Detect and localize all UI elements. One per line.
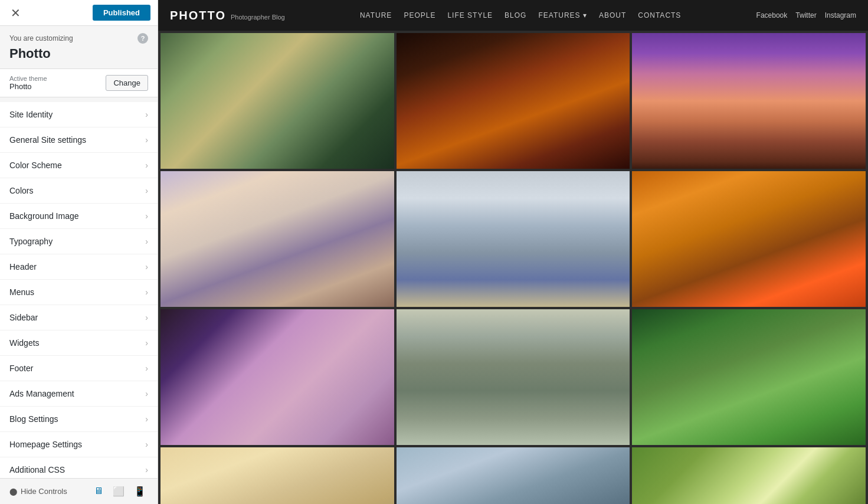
hide-controls-button[interactable]: ⬤ Hide Controls [9,487,67,496]
menu-item-label: Blog Settings [9,414,58,424]
change-theme-button[interactable]: Change [106,75,148,91]
chevron-right-icon: › [145,338,148,348]
menu-item-homepage-settings[interactable]: Homepage Settings› [0,432,158,457]
photo-cell-2 [397,33,630,169]
chevron-right-icon: › [145,465,148,474]
nav-item-people[interactable]: PEOPLE [404,11,435,19]
sidebar-header: ✕ Published [0,0,158,26]
customizing-label: You are customizing ? [0,26,158,45]
sidebar-footer: ⬤ Hide Controls 🖥 ⬜ 📱 [0,478,158,504]
chevron-right-icon: › [145,389,148,398]
mobile-icon[interactable]: 📱 [132,485,148,498]
menu-item-ads-management[interactable]: Ads Management› [0,381,158,407]
menu-item-label: Menus [9,287,34,297]
menu-item-label: Site Identity [9,110,53,119]
desktop-icon[interactable]: 🖥 [91,485,106,498]
photo-cell-1 [161,33,394,169]
menu-item-background-image[interactable]: Background Image› [0,204,158,229]
social-links: FacebookTwitterInstagram [756,11,856,19]
nav-item-features[interactable]: FEATURES ▾ [538,11,587,19]
nav-item-life-style[interactable]: LIFE STYLE [447,11,493,19]
menu-item-additional-css[interactable]: Additional CSS› [0,457,158,478]
menu-item-label: Background Image [9,211,79,221]
chevron-right-icon: › [145,262,148,271]
social-link-twitter[interactable]: Twitter [795,11,816,19]
preview-area: PHOTTO Photographer Blog NATUREPEOPLELIF… [158,0,868,504]
menu-item-label: Sidebar [9,313,38,322]
tablet-icon[interactable]: ⬜ [110,485,127,498]
published-button[interactable]: Published [93,5,150,21]
menu-item-menus[interactable]: Menus› [0,280,158,305]
chevron-right-icon: › [145,211,148,221]
active-theme-name: Photto [9,82,47,91]
photo-cell-10 [161,447,394,504]
active-theme-label: Active theme [9,75,47,82]
menu-item-widgets[interactable]: Widgets› [0,330,158,356]
chevron-right-icon: › [145,135,148,145]
device-icons-group: 🖥 ⬜ 📱 [91,485,148,498]
photo-cell-5 [397,171,630,307]
chevron-right-icon: › [145,237,148,246]
close-button[interactable]: ✕ [7,5,24,21]
chevron-right-icon: › [145,364,148,373]
photo-cell-4 [161,171,394,307]
chevron-right-icon: › [145,414,148,424]
chevron-right-icon: › [145,110,148,119]
menu-item-label: Widgets [9,338,40,348]
active-theme-section: Active theme Photto Change [0,68,158,97]
photo-cell-7 [161,309,394,445]
menu-item-footer[interactable]: Footer› [0,356,158,381]
photo-cell-11 [397,447,630,504]
menu-item-color-scheme[interactable]: Color Scheme› [0,153,158,178]
hide-controls-label: Hide Controls [21,487,67,496]
site-nav: NATUREPEOPLELIFE STYLEBLOGFEATURES ▾ABOU… [360,11,681,19]
photo-cell-12 [632,447,866,504]
nav-item-blog[interactable]: BLOG [505,11,526,19]
menu-items-list: Site Identity›General Site settings›Colo… [0,102,158,478]
photo-cell-9 [632,309,866,445]
nav-item-nature[interactable]: NATURE [360,11,392,19]
menu-item-label: Footer [9,364,33,373]
circle-icon: ⬤ [9,487,17,496]
nav-item-contacts[interactable]: CONTACTS [638,11,681,19]
menu-item-label: Typography [9,237,53,246]
chevron-right-icon: › [145,313,148,322]
site-logo-name: PHOTTO [170,9,226,22]
chevron-right-icon: › [145,440,148,449]
social-link-facebook[interactable]: Facebook [756,11,788,19]
photo-cell-3 [632,33,866,169]
chevron-right-icon: › [145,287,148,297]
menu-item-general-site-settings[interactable]: General Site settings› [0,127,158,153]
menu-item-colors[interactable]: Colors› [0,178,158,204]
menu-item-label: Header [9,262,37,271]
site-header: PHOTTO Photographer Blog NATUREPEOPLELIF… [158,0,868,31]
menu-item-label: Colors [9,186,33,195]
menu-item-typography[interactable]: Typography› [0,229,158,254]
menu-item-label: General Site settings [9,135,86,145]
help-icon[interactable]: ? [137,33,148,44]
active-theme-info: Active theme Photto [9,75,47,91]
photo-cell-6 [632,171,866,307]
menu-item-blog-settings[interactable]: Blog Settings› [0,407,158,432]
chevron-right-icon: › [145,161,148,170]
social-link-instagram[interactable]: Instagram [825,11,856,19]
menu-item-sidebar[interactable]: Sidebar› [0,305,158,330]
menu-item-label: Ads Management [9,389,74,398]
menu-item-site-identity[interactable]: Site Identity› [0,102,158,127]
photo-grid [158,31,868,504]
menu-item-label: Color Scheme [9,161,62,170]
menu-item-label: Additional CSS [9,465,65,474]
menu-item-header[interactable]: Header› [0,254,158,280]
photo-cell-8 [397,309,630,445]
site-logo: PHOTTO Photographer Blog [170,9,285,22]
nav-item-about[interactable]: ABOUT [599,11,626,19]
chevron-right-icon: › [145,186,148,195]
sidebar: ✕ Published You are customizing ? Photto… [0,0,158,504]
site-name-display: Photto [0,45,158,68]
menu-item-label: Homepage Settings [9,440,82,449]
site-logo-tagline: Photographer Blog [231,14,285,21]
